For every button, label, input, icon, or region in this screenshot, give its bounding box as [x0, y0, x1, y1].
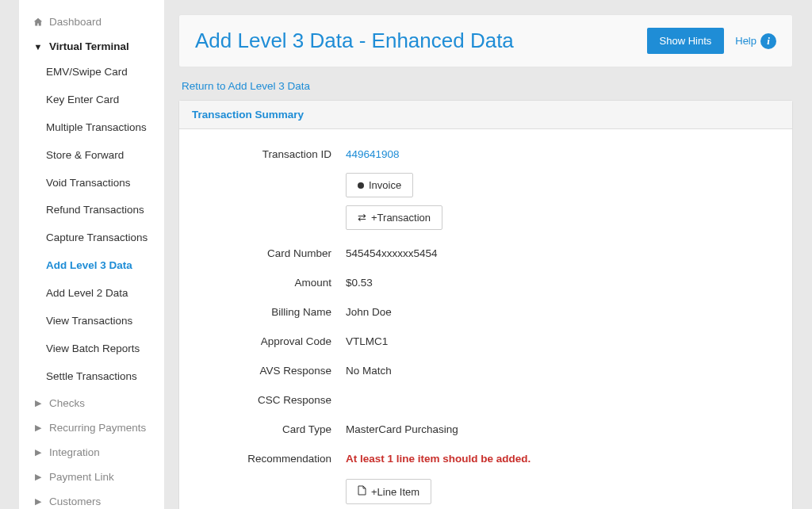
sidebar-subitem-view-trans[interactable]: View Transactions — [19, 308, 164, 335]
sidebar-item-customers[interactable]: ▶ Customers — [19, 489, 164, 509]
caret-right-icon: ▶ — [33, 423, 43, 433]
caret-right-icon: ▶ — [33, 398, 43, 408]
label-approval-code: Approval Code — [195, 335, 346, 347]
sidebar-subitem-view-batch[interactable]: View Batch Reports — [19, 335, 164, 363]
sidebar-label: Virtual Terminal — [49, 40, 129, 52]
sidebar-subitem-capture[interactable]: Capture Transactions — [19, 224, 164, 252]
add-line-item-label: +Line Item — [371, 486, 419, 498]
row-approval-code: Approval Code VTLMC1 — [195, 335, 776, 347]
sidebar-subitem-multiple[interactable]: Multiple Transactions — [19, 114, 164, 142]
value-approval-code: VTLMC1 — [346, 335, 776, 347]
row-avs-response: AVS Response No Match — [195, 365, 776, 377]
page-title: Add Level 3 Data - Enhanced Data — [195, 29, 514, 53]
sidebar-subitem-refund[interactable]: Refund Transactions — [19, 197, 164, 224]
sidebar-item-integration[interactable]: ▶ Integration — [19, 440, 164, 465]
swap-icon: ⇄ — [358, 212, 366, 224]
add-line-item-button[interactable]: +Line Item — [346, 479, 431, 504]
sidebar-subitem-settle[interactable]: Settle Transactions — [19, 363, 164, 391]
label-amount: Amount — [195, 277, 346, 289]
value-amount: $0.53 — [346, 277, 776, 289]
row-billing-name: Billing Name John Doe — [195, 306, 776, 318]
value-avs-response: No Match — [346, 365, 776, 377]
label-card-number: Card Number — [195, 247, 346, 259]
row-amount: Amount $0.53 — [195, 277, 776, 289]
caret-down-icon: ▼ — [33, 42, 43, 52]
value-card-type: MasterCard Purchasing — [346, 423, 776, 435]
label-transaction-id: Transaction ID — [195, 148, 346, 160]
main-content: Add Level 3 Data - Enhanced Data Show Hi… — [164, 0, 793, 509]
sidebar-item-checks[interactable]: ▶ Checks — [19, 391, 164, 415]
invoice-button[interactable]: Invoice — [346, 173, 413, 197]
sidebar-label: Payment Link — [49, 471, 114, 483]
value-transaction-id: 449641908 Invoice ⇄ +Transaction — [346, 148, 776, 230]
return-link[interactable]: Return to Add Level 3 Data — [178, 67, 313, 100]
label-avs-response: AVS Response — [195, 365, 346, 377]
home-icon — [33, 17, 43, 27]
row-recommendation: Recommendation At least 1 line item shou… — [195, 453, 776, 504]
sidebar-item-dashboard[interactable]: Dashboard — [19, 10, 164, 34]
sidebar-label: Customers — [49, 496, 101, 507]
value-billing-name: John Doe — [346, 306, 776, 318]
row-csc-response: CSC Response — [195, 394, 776, 406]
page-header: Add Level 3 Data - Enhanced Data Show Hi… — [178, 14, 793, 67]
sidebar: Dashboard ▼ Virtual Terminal EMV/Swipe C… — [19, 0, 164, 509]
sidebar-item-virtual-terminal[interactable]: ▼ Virtual Terminal — [19, 34, 164, 59]
add-transaction-button[interactable]: ⇄ +Transaction — [346, 205, 442, 230]
help-link[interactable]: Help i — [735, 33, 776, 49]
caret-right-icon: ▶ — [33, 472, 43, 482]
sidebar-label: Checks — [49, 397, 85, 409]
row-transaction-id: Transaction ID 449641908 Invoice ⇄ +Tran… — [195, 148, 776, 230]
sidebar-item-payment-link[interactable]: ▶ Payment Link — [19, 465, 164, 489]
sidebar-label: Integration — [49, 446, 100, 458]
show-hints-button[interactable]: Show Hints — [647, 28, 725, 54]
sidebar-subitem-store-forward[interactable]: Store & Forward — [19, 142, 164, 170]
row-card-type: Card Type MasterCard Purchasing — [195, 423, 776, 435]
sidebar-label: Dashboard — [49, 16, 102, 28]
sidebar-subitem-emv[interactable]: EMV/Swipe Card — [19, 59, 164, 86]
transaction-summary-panel: Transaction Summary Transaction ID 44964… — [178, 100, 793, 509]
transaction-id-link[interactable]: 449641908 — [346, 148, 400, 160]
sidebar-item-recurring[interactable]: ▶ Recurring Payments — [19, 415, 164, 440]
sidebar-subitem-void[interactable]: Void Transactions — [19, 170, 164, 197]
caret-right-icon: ▶ — [33, 496, 43, 507]
panel-body: Transaction ID 449641908 Invoice ⇄ +Tran… — [179, 129, 792, 509]
value-card-number: 545454xxxxxx5454 — [346, 247, 776, 259]
info-icon: i — [760, 33, 776, 49]
sidebar-subitem-key-enter[interactable]: Key Enter Card — [19, 86, 164, 114]
sidebar-subitem-add-l3[interactable]: Add Level 3 Data — [19, 252, 164, 280]
label-csc-response: CSC Response — [195, 394, 346, 406]
file-icon — [358, 485, 366, 498]
header-actions: Show Hints Help i — [647, 28, 777, 54]
sidebar-subitem-add-l2[interactable]: Add Level 2 Data — [19, 280, 164, 308]
record-icon — [358, 182, 364, 189]
label-card-type: Card Type — [195, 423, 346, 435]
sidebar-label: Recurring Payments — [49, 422, 146, 434]
value-recommendation: At least 1 line item should be added. +L… — [346, 453, 776, 504]
add-transaction-label: +Transaction — [371, 212, 431, 224]
recommendation-text: At least 1 line item should be added. — [346, 453, 530, 465]
label-billing-name: Billing Name — [195, 306, 346, 318]
label-recommendation: Recommendation — [195, 453, 346, 465]
panel-header: Transaction Summary — [179, 101, 792, 129]
help-label: Help — [735, 35, 756, 47]
row-card-number: Card Number 545454xxxxxx5454 — [195, 247, 776, 259]
invoice-label: Invoice — [369, 179, 401, 191]
caret-right-icon: ▶ — [33, 447, 43, 457]
